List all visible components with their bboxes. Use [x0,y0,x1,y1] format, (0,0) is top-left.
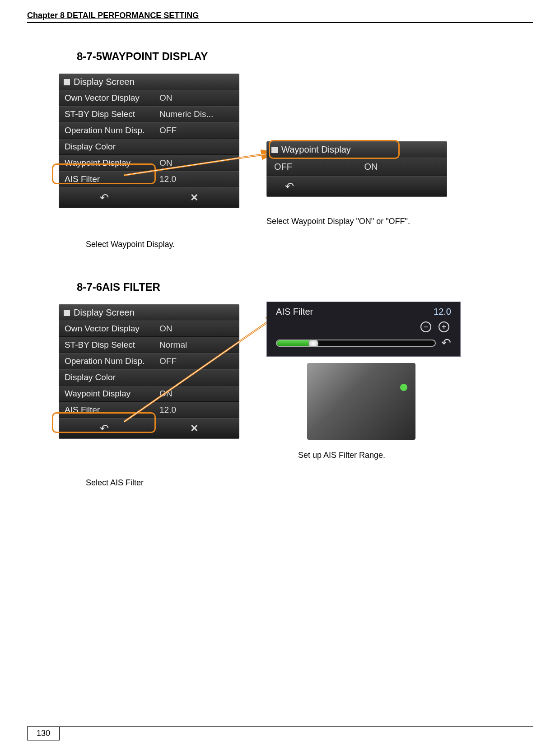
row-label: AIS Filter [65,405,159,415]
slider-value: 12.0 [434,307,451,317]
row-display-color[interactable]: Display Color [59,139,239,155]
row-own-vector-display[interactable]: Own Vector Display ON [59,321,239,337]
row-value: Numeric Dis... [159,109,233,119]
row-own-vector-display[interactable]: Own Vector Display ON [59,90,239,106]
row-label: Operation Num Disp. [65,356,159,366]
row-ais-filter[interactable]: AIS Filter 12.0 [59,171,239,187]
row-stby-disp-select[interactable]: ST-BY Disp Select Normal [59,337,239,353]
row-label: Waypoint Display [65,389,159,399]
slider-title: AIS Filter [276,307,313,317]
back-icon[interactable] [100,191,109,204]
caption-select-on-off: Select Waypoint Display "ON" or "OFF". [266,217,447,226]
slider-thumb[interactable] [308,340,318,347]
row-operation-num-disp[interactable]: Operation Num Disp. OFF [59,353,239,369]
row-label: Display Color [65,372,159,382]
toggle-on[interactable]: ON [357,158,447,176]
section-ais-filter: 8-7-6AIS FILTER Display Screen Own Vecto… [27,281,533,488]
row-value: ON [159,158,233,168]
section-title: 8-7-6AIS FILTER [77,281,533,293]
caption-select-ais-filter: Select AIS Filter [86,478,533,488]
section-waypoint-display: 8-7-5WAYPOINT DISPLAY Display Screen Own… [27,50,533,249]
caption-setup-range: Set up AIS Filter Range. [298,451,461,460]
screen-title-row: Display Screen [59,305,239,321]
menu-icon [271,147,278,153]
close-icon[interactable] [190,423,198,434]
screen-title-text: Waypoint Display [281,144,351,155]
row-label: AIS Filter [65,174,159,184]
page-number: 130 [27,726,60,740]
screen-title-row: Display Screen [59,74,239,90]
minus-icon[interactable]: − [420,321,431,332]
screen-title-text: Display Screen [74,307,135,318]
row-value: 12.0 [159,174,233,184]
slider-header: AIS Filter 12.0 [273,307,454,320]
slider-track[interactable] [276,340,436,347]
section-title: 8-7-5WAYPOINT DISPLAY [77,50,533,63]
row-value: ON [159,93,233,103]
row-label: ST-BY Disp Select [65,109,159,119]
screen-title-text: Display Screen [74,77,135,87]
row-label: Operation Num Disp. [65,126,159,135]
screen-footer [59,418,239,438]
row-label: ST-BY Disp Select [65,340,159,350]
row-value: OFF [159,356,233,366]
row-operation-num-disp[interactable]: Operation Num Disp. OFF [59,122,239,139]
row-value: ON [159,324,233,334]
menu-icon [64,310,70,316]
caption-select-waypoint: Select Waypoint Display. [86,240,533,249]
row-value: Normal [159,340,233,350]
row-waypoint-display[interactable]: Waypoint Display ON [59,386,239,402]
menu-icon [64,79,70,85]
waypoint-display-toggle-screen: Waypoint Display OFF ON [266,141,447,197]
row-value: ON [159,389,233,399]
row-value: OFF [159,126,233,135]
row-label: Own Vector Display [65,93,159,103]
slider-fill [277,340,312,346]
row-label: Display Color [65,142,159,152]
slider-controls: − + [273,320,454,336]
back-icon[interactable] [285,180,294,193]
device-photo [307,363,415,440]
row-ais-filter[interactable]: AIS Filter 12.0 [59,402,239,418]
back-icon[interactable] [441,336,451,350]
row-display-color[interactable]: Display Color [59,369,239,386]
row-label: Own Vector Display [65,324,159,334]
ais-filter-slider-screen: AIS Filter 12.0 − + [266,302,461,357]
row-waypoint-display[interactable]: Waypoint Display ON [59,155,239,171]
row-label: Waypoint Display [65,158,159,168]
screen-footer [267,176,447,196]
row-value: 12.0 [159,405,233,415]
screen-footer [59,187,239,208]
page-header: Chapter 8 DETAIL PERFORMANCE SETTING [27,11,533,23]
toggle-off[interactable]: OFF [267,158,357,176]
row-stby-disp-select[interactable]: ST-BY Disp Select Numeric Dis... [59,106,239,122]
display-screen-menu-2: Display Screen Own Vector Display ON ST-… [59,304,239,439]
close-icon[interactable] [190,192,198,204]
display-screen-menu: Display Screen Own Vector Display ON ST-… [59,74,239,208]
screen-title-row: Waypoint Display [267,142,447,158]
slider-bar-row [273,336,454,350]
back-icon[interactable] [100,422,109,435]
plus-icon[interactable]: + [439,321,449,332]
toggle-row: OFF ON [267,158,447,176]
footer-line [27,726,533,727]
